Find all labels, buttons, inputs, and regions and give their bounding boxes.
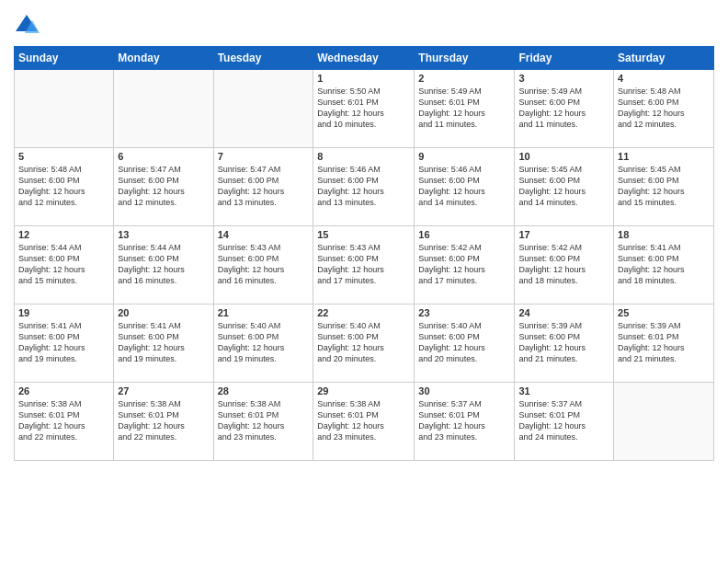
day-info: Sunrise: 5:41 AMSunset: 6:00 PMDaylight:… (618, 242, 710, 287)
day-number: 10 (518, 151, 609, 162)
calendar-cell: 2Sunrise: 5:49 AMSunset: 6:01 PMDaylight… (415, 70, 515, 148)
day-info: Sunrise: 5:43 AMSunset: 6:00 PMDaylight:… (218, 242, 310, 287)
day-number: 11 (618, 151, 710, 162)
day-number: 6 (118, 151, 209, 162)
day-number: 13 (118, 229, 209, 240)
day-number: 14 (218, 229, 310, 240)
calendar-cell: 15Sunrise: 5:43 AMSunset: 6:00 PMDayligh… (313, 226, 415, 304)
header-row (14, 9, 714, 39)
day-info: Sunrise: 5:44 AMSunset: 6:00 PMDaylight:… (118, 242, 209, 287)
weekday-header-sunday: Sunday (15, 47, 114, 70)
calendar-cell: 11Sunrise: 5:45 AMSunset: 6:00 PMDayligh… (614, 148, 714, 226)
calendar-cell (114, 70, 213, 148)
day-info: Sunrise: 5:48 AMSunset: 6:00 PMDaylight:… (18, 164, 109, 209)
day-number: 1 (317, 73, 410, 84)
day-number: 23 (418, 307, 510, 318)
calendar-cell: 7Sunrise: 5:47 AMSunset: 6:00 PMDaylight… (213, 148, 313, 226)
day-number: 16 (418, 229, 510, 240)
day-number: 26 (18, 385, 109, 396)
calendar-cell: 25Sunrise: 5:39 AMSunset: 6:01 PMDayligh… (614, 304, 714, 383)
calendar-cell (213, 70, 313, 148)
day-number: 7 (218, 151, 310, 162)
day-number: 15 (317, 229, 410, 240)
day-info: Sunrise: 5:41 AMSunset: 6:00 PMDaylight:… (118, 320, 209, 365)
day-info: Sunrise: 5:46 AMSunset: 6:00 PMDaylight:… (418, 164, 510, 209)
calendar-cell: 31Sunrise: 5:37 AMSunset: 6:01 PMDayligh… (515, 383, 614, 461)
day-info: Sunrise: 5:38 AMSunset: 6:01 PMDaylight:… (317, 398, 410, 443)
day-info: Sunrise: 5:45 AMSunset: 6:00 PMDaylight:… (618, 164, 710, 209)
day-number: 3 (518, 73, 609, 84)
day-info: Sunrise: 5:40 AMSunset: 6:00 PMDaylight:… (218, 320, 310, 365)
calendar-cell: 26Sunrise: 5:38 AMSunset: 6:01 PMDayligh… (15, 383, 114, 461)
calendar-cell: 8Sunrise: 5:46 AMSunset: 6:00 PMDaylight… (313, 148, 415, 226)
calendar-week-row: 19Sunrise: 5:41 AMSunset: 6:00 PMDayligh… (15, 304, 714, 383)
calendar-cell (15, 70, 114, 148)
calendar-cell: 22Sunrise: 5:40 AMSunset: 6:00 PMDayligh… (313, 304, 415, 383)
calendar-week-row: 5Sunrise: 5:48 AMSunset: 6:00 PMDaylight… (15, 148, 714, 226)
day-info: Sunrise: 5:47 AMSunset: 6:00 PMDaylight:… (118, 164, 209, 209)
calendar-cell: 4Sunrise: 5:48 AMSunset: 6:00 PMDaylight… (614, 70, 714, 148)
day-number: 25 (618, 307, 710, 318)
day-info: Sunrise: 5:39 AMSunset: 6:01 PMDaylight:… (618, 320, 710, 365)
day-info: Sunrise: 5:47 AMSunset: 6:00 PMDaylight:… (218, 164, 310, 209)
calendar-table: SundayMondayTuesdayWednesdayThursdayFrid… (14, 46, 714, 461)
page-container: SundayMondayTuesdayWednesdayThursdayFrid… (0, 0, 728, 470)
day-info: Sunrise: 5:44 AMSunset: 6:00 PMDaylight:… (18, 242, 109, 287)
day-info: Sunrise: 5:45 AMSunset: 6:00 PMDaylight:… (518, 164, 609, 209)
calendar-cell (614, 383, 714, 461)
calendar-cell: 24Sunrise: 5:39 AMSunset: 6:00 PMDayligh… (515, 304, 614, 383)
day-info: Sunrise: 5:39 AMSunset: 6:00 PMDaylight:… (518, 320, 609, 365)
day-info: Sunrise: 5:50 AMSunset: 6:01 PMDaylight:… (317, 86, 410, 131)
day-number: 30 (418, 385, 510, 396)
day-number: 24 (518, 307, 609, 318)
weekday-header-tuesday: Tuesday (213, 47, 313, 70)
day-info: Sunrise: 5:38 AMSunset: 6:01 PMDaylight:… (218, 398, 310, 443)
day-info: Sunrise: 5:40 AMSunset: 6:00 PMDaylight:… (418, 320, 510, 365)
day-number: 2 (418, 73, 510, 84)
calendar-cell: 10Sunrise: 5:45 AMSunset: 6:00 PMDayligh… (515, 148, 614, 226)
day-info: Sunrise: 5:38 AMSunset: 6:01 PMDaylight:… (118, 398, 209, 443)
weekday-header-monday: Monday (114, 47, 213, 70)
day-number: 21 (218, 307, 310, 318)
calendar-cell: 14Sunrise: 5:43 AMSunset: 6:00 PMDayligh… (213, 226, 313, 304)
calendar-cell: 28Sunrise: 5:38 AMSunset: 6:01 PMDayligh… (213, 383, 313, 461)
calendar-cell: 27Sunrise: 5:38 AMSunset: 6:01 PMDayligh… (114, 383, 213, 461)
day-number: 18 (618, 229, 710, 240)
day-number: 20 (118, 307, 209, 318)
day-number: 4 (618, 73, 710, 84)
calendar-cell: 18Sunrise: 5:41 AMSunset: 6:00 PMDayligh… (614, 226, 714, 304)
calendar-cell: 3Sunrise: 5:49 AMSunset: 6:00 PMDaylight… (515, 70, 614, 148)
day-info: Sunrise: 5:49 AMSunset: 6:01 PMDaylight:… (418, 86, 510, 131)
day-number: 31 (518, 385, 609, 396)
day-number: 28 (218, 385, 310, 396)
day-info: Sunrise: 5:42 AMSunset: 6:00 PMDaylight:… (518, 242, 609, 287)
day-info: Sunrise: 5:38 AMSunset: 6:01 PMDaylight:… (18, 398, 109, 443)
logo (14, 13, 43, 39)
calendar-cell: 29Sunrise: 5:38 AMSunset: 6:01 PMDayligh… (313, 383, 415, 461)
calendar-week-row: 26Sunrise: 5:38 AMSunset: 6:01 PMDayligh… (15, 383, 714, 461)
day-info: Sunrise: 5:46 AMSunset: 6:00 PMDaylight:… (317, 164, 410, 209)
day-info: Sunrise: 5:37 AMSunset: 6:01 PMDaylight:… (418, 398, 510, 443)
calendar-cell: 21Sunrise: 5:40 AMSunset: 6:00 PMDayligh… (213, 304, 313, 383)
weekday-header-friday: Friday (515, 47, 614, 70)
day-number: 17 (518, 229, 609, 240)
day-number: 22 (317, 307, 410, 318)
day-info: Sunrise: 5:41 AMSunset: 6:00 PMDaylight:… (18, 320, 109, 365)
day-number: 9 (418, 151, 510, 162)
day-info: Sunrise: 5:40 AMSunset: 6:00 PMDaylight:… (317, 320, 410, 365)
weekday-header-row: SundayMondayTuesdayWednesdayThursdayFrid… (15, 47, 714, 70)
day-number: 8 (317, 151, 410, 162)
calendar-cell: 17Sunrise: 5:42 AMSunset: 6:00 PMDayligh… (515, 226, 614, 304)
calendar-cell: 13Sunrise: 5:44 AMSunset: 6:00 PMDayligh… (114, 226, 213, 304)
calendar-cell: 23Sunrise: 5:40 AMSunset: 6:00 PMDayligh… (415, 304, 515, 383)
calendar-cell: 19Sunrise: 5:41 AMSunset: 6:00 PMDayligh… (15, 304, 114, 383)
calendar-cell: 30Sunrise: 5:37 AMSunset: 6:01 PMDayligh… (415, 383, 515, 461)
calendar-cell: 6Sunrise: 5:47 AMSunset: 6:00 PMDaylight… (114, 148, 213, 226)
logo-icon (14, 13, 40, 39)
day-info: Sunrise: 5:42 AMSunset: 6:00 PMDaylight:… (418, 242, 510, 287)
day-info: Sunrise: 5:37 AMSunset: 6:01 PMDaylight:… (518, 398, 609, 443)
day-info: Sunrise: 5:49 AMSunset: 6:00 PMDaylight:… (518, 86, 609, 131)
calendar-cell: 1Sunrise: 5:50 AMSunset: 6:01 PMDaylight… (313, 70, 415, 148)
calendar-cell: 16Sunrise: 5:42 AMSunset: 6:00 PMDayligh… (415, 226, 515, 304)
calendar-week-row: 1Sunrise: 5:50 AMSunset: 6:01 PMDaylight… (15, 70, 714, 148)
